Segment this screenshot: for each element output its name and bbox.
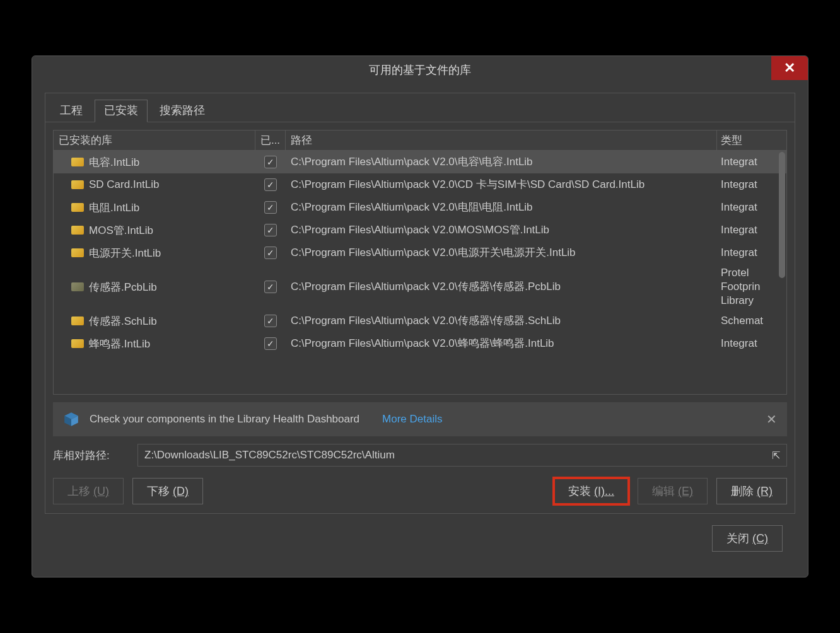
lib-name: MOS管.IntLib [89, 223, 153, 238]
lib-path: C:\Program Files\Altium\pack V2.0\电阻\电阻.… [286, 200, 717, 214]
library-icon [71, 203, 84, 212]
library-icon [71, 339, 84, 348]
lib-name: 电容.IntLib [89, 155, 139, 170]
path-input[interactable]: Z:\Downloads\LIB_STC89C52rc\STC89C52rc\A… [137, 444, 787, 467]
cube-icon [63, 411, 79, 427]
footer: 关闭 (C) [45, 514, 795, 564]
col-header-path[interactable]: 路径 [286, 131, 717, 150]
table-row[interactable]: SD Card.IntLib✓C:\Program Files\Altium\p… [54, 173, 786, 196]
lib-path: C:\Program Files\Altium\pack V2.0\电源开关\电… [286, 246, 717, 260]
lib-type: Integrat [717, 155, 786, 169]
enabled-checkbox[interactable]: ✓ [264, 156, 277, 168]
lib-type: Integrat [717, 246, 786, 260]
path-value: Z:\Downloads\LIB_STC89C52rc\STC89C52rc\A… [144, 449, 395, 462]
scrollbar-thumb[interactable] [779, 152, 785, 278]
tab-bar: 工程 已安装 搜索路径 [45, 93, 795, 122]
move-down-button[interactable]: 下移 (D) [132, 478, 203, 504]
lib-type: Protel Footprin Library [717, 266, 786, 308]
lib-name: 传感器.PcbLib [89, 280, 157, 294]
lib-name: 电源开关.IntLib [89, 246, 161, 260]
lib-path: C:\Program Files\Altium\pack V2.0\传感器\传感… [286, 314, 717, 328]
enabled-checkbox[interactable]: ✓ [264, 315, 277, 327]
col-header-name[interactable]: 已安装的库 [54, 131, 255, 150]
lib-type: Integrat [717, 337, 786, 351]
enabled-checkbox[interactable]: ✓ [264, 337, 277, 350]
library-icon [71, 248, 84, 257]
library-icon [71, 180, 84, 189]
library-icon [71, 316, 84, 325]
banner-close-icon[interactable]: ✕ [766, 412, 777, 427]
enabled-checkbox[interactable]: ✓ [264, 178, 277, 191]
lib-type: Integrat [717, 223, 786, 237]
edit-button[interactable]: 编辑 (E) [638, 478, 708, 504]
banner-text: Check your components in the Library Hea… [90, 413, 359, 426]
close-button[interactable]: 关闭 (C) [712, 525, 783, 552]
table-row[interactable]: 蜂鸣器.IntLib✓C:\Program Files\Altium\pack … [54, 332, 786, 355]
enabled-checkbox[interactable]: ✓ [264, 281, 277, 293]
lib-name: 传感器.SchLib [89, 314, 157, 328]
path-label: 库相对路径: [53, 448, 122, 463]
delete-button[interactable]: 删除 (R) [716, 478, 787, 504]
table-row[interactable]: 电容.IntLib✓C:\Program Files\Altium\pack V… [54, 151, 786, 173]
enabled-checkbox[interactable]: ✓ [264, 247, 277, 259]
lib-path: C:\Program Files\Altium\pack V2.0\MOS\MO… [286, 223, 717, 237]
table-row[interactable]: 电源开关.IntLib✓C:\Program Files\Altium\pack… [54, 241, 786, 264]
table-row[interactable]: MOS管.IntLib✓C:\Program Files\Altium\pack… [54, 219, 786, 241]
main-panel: 工程 已安装 搜索路径 已安装的库 已... 路径 类型 电容.IntLib✓C… [45, 93, 795, 514]
close-icon: ✕ [784, 60, 795, 76]
window-close-button[interactable]: ✕ [771, 56, 808, 80]
library-icon [71, 282, 84, 291]
tab-project[interactable]: 工程 [50, 100, 92, 122]
table-row[interactable]: 电阻.IntLib✓C:\Program Files\Altium\pack V… [54, 196, 786, 219]
lib-name: SD Card.IntLib [89, 178, 160, 191]
lib-type: Integrat [717, 178, 786, 192]
scrollbar[interactable] [779, 152, 785, 393]
dialog-window: 可用的基于文件的库 ✕ 工程 已安装 搜索路径 已安装的库 已... 路径 类型… [32, 55, 808, 578]
library-icon [71, 158, 84, 166]
lib-type: Integrat [717, 200, 786, 214]
install-button[interactable]: 安装 (I)... [554, 478, 629, 504]
lib-type: Schemat [717, 314, 786, 328]
col-header-type[interactable]: 类型 [717, 131, 786, 150]
tab-installed[interactable]: 已安装 [95, 100, 148, 122]
move-up-button[interactable]: 上移 (U) [53, 478, 124, 504]
health-banner: Check your components in the Library Hea… [53, 402, 787, 436]
enabled-checkbox[interactable]: ✓ [264, 224, 277, 236]
lib-path: C:\Program Files\Altium\pack V2.0\CD 卡与S… [286, 178, 717, 192]
col-header-enabled[interactable]: 已... [255, 131, 286, 150]
table-header: 已安装的库 已... 路径 类型 [54, 131, 786, 151]
table-body: 电容.IntLib✓C:\Program Files\Altium\pack V… [54, 151, 786, 395]
titlebar: 可用的基于文件的库 ✕ [32, 56, 808, 84]
browse-icon[interactable]: ⇱ [772, 450, 780, 462]
table-row[interactable]: 传感器.PcbLib✓C:\Program Files\Altium\pack … [54, 264, 786, 310]
library-table: 已安装的库 已... 路径 类型 电容.IntLib✓C:\Program Fi… [53, 130, 787, 395]
library-icon [71, 226, 84, 235]
lib-path: C:\Program Files\Altium\pack V2.0\传感器\传感… [286, 280, 717, 294]
lib-name: 电阻.IntLib [89, 200, 139, 215]
enabled-checkbox[interactable]: ✓ [264, 201, 277, 214]
relative-path-row: 库相对路径: Z:\Downloads\LIB_STC89C52rc\STC89… [53, 444, 787, 467]
button-row: 上移 (U) 下移 (D) 安装 (I)... 编辑 (E) 删除 (R) [45, 478, 795, 513]
lib-path: C:\Program Files\Altium\pack V2.0\蜂鸣器\蜂鸣… [286, 337, 717, 351]
tab-searchpath[interactable]: 搜索路径 [150, 100, 214, 122]
window-title: 可用的基于文件的库 [369, 62, 471, 78]
lib-path: C:\Program Files\Altium\pack V2.0\电容\电容.… [286, 155, 717, 169]
table-row[interactable]: 传感器.SchLib✓C:\Program Files\Altium\pack … [54, 310, 786, 332]
lib-name: 蜂鸣器.IntLib [89, 337, 150, 351]
more-details-link[interactable]: More Details [382, 413, 442, 426]
